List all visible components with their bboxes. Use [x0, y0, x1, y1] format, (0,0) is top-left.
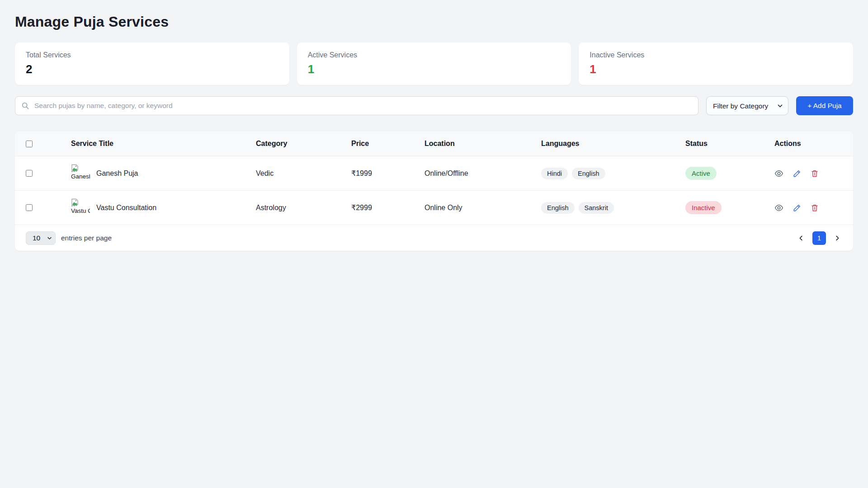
- status-badge: Active: [685, 167, 717, 180]
- delete-button[interactable]: [811, 204, 819, 212]
- services-table: Service Title Category Price Location La…: [15, 131, 853, 251]
- search-icon: [22, 102, 29, 109]
- image-alt-text: Vastu Consultation: [71, 207, 90, 214]
- previous-page-button[interactable]: [796, 233, 806, 243]
- stat-card-total-services: Total Services 2: [15, 42, 289, 85]
- location-cell: Online/Offline: [425, 169, 541, 178]
- actions-cell: [774, 169, 853, 178]
- col-header-actions: Actions: [774, 140, 853, 148]
- pencil-icon: [793, 204, 801, 212]
- broken-image-glyph: [71, 198, 79, 206]
- broken-image-icon: Ganesh Puja: [71, 162, 90, 185]
- service-title: Vastu Consultation: [96, 204, 156, 212]
- entries-per-page-label: entries per page: [61, 234, 112, 242]
- status-badge: Inactive: [685, 201, 722, 214]
- broken-image-glyph: [71, 164, 79, 172]
- broken-image-icon: Vastu Consultation: [71, 197, 90, 219]
- col-header-service-title: Service Title: [71, 140, 256, 148]
- chevron-right-icon: [834, 235, 840, 241]
- stat-card-inactive-services: Inactive Services 1: [579, 42, 853, 85]
- search-bar: [15, 96, 698, 115]
- service-title: Ganesh Puja: [96, 169, 138, 178]
- eye-icon: [774, 203, 783, 212]
- trash-icon: [811, 204, 819, 212]
- trash-icon: [811, 169, 819, 178]
- col-header-languages: Languages: [541, 140, 685, 148]
- actions-cell: [774, 203, 853, 212]
- language-tag: English: [572, 168, 605, 179]
- row-checkbox[interactable]: [26, 204, 33, 211]
- search-input[interactable]: [15, 96, 698, 115]
- stat-label: Active Services: [308, 51, 561, 59]
- stat-value-total: 2: [26, 62, 278, 76]
- toolbar: Filter by Category + Add Puja: [15, 96, 853, 115]
- category-cell: Vedic: [256, 169, 351, 178]
- page-container: Manage Puja Services Total Services 2 Ac…: [0, 0, 868, 251]
- category-cell: Astrology: [256, 204, 351, 212]
- table-header-checkbox-cell: [15, 141, 71, 147]
- status-cell: Active: [685, 167, 774, 180]
- languages-cell: Hindi English: [541, 168, 685, 179]
- service-title-cell: Ganesh Puja Ganesh Puja: [71, 162, 256, 185]
- price-cell: ₹2999: [351, 203, 425, 212]
- category-filter: Filter by Category: [706, 96, 788, 115]
- language-tag: English: [541, 202, 575, 214]
- view-button[interactable]: [774, 169, 783, 178]
- table-header-row: Service Title Category Price Location La…: [15, 131, 853, 156]
- stats-row: Total Services 2 Active Services 1 Inact…: [15, 42, 853, 85]
- col-header-category: Category: [256, 140, 351, 148]
- select-all-checkbox[interactable]: [26, 141, 33, 147]
- col-header-location: Location: [425, 140, 541, 148]
- stat-value-active: 1: [308, 62, 561, 76]
- table-footer: 10 entries per page 1: [15, 225, 853, 251]
- page-size-select[interactable]: 10: [26, 231, 56, 245]
- add-puja-button[interactable]: + Add Puja: [796, 96, 853, 115]
- col-header-price: Price: [351, 140, 425, 148]
- table-row: Ganesh Puja Ganesh Puja Vedic ₹1999 Onli…: [15, 156, 853, 191]
- status-cell: Inactive: [685, 201, 774, 214]
- eye-icon: [774, 169, 783, 178]
- pencil-icon: [793, 169, 801, 178]
- page-size-control: 10: [26, 231, 56, 245]
- row-checkbox[interactable]: [26, 170, 33, 177]
- row-checkbox-cell: [15, 204, 71, 211]
- view-button[interactable]: [774, 203, 783, 212]
- pagination: 1: [796, 231, 842, 245]
- location-cell: Online Only: [425, 204, 541, 212]
- stat-label: Inactive Services: [590, 51, 842, 59]
- language-tag: Sanskrit: [579, 202, 614, 214]
- stat-label: Total Services: [26, 51, 278, 59]
- delete-button[interactable]: [811, 169, 819, 178]
- language-tag: Hindi: [541, 168, 568, 179]
- edit-button[interactable]: [793, 204, 801, 212]
- page-number-button[interactable]: 1: [812, 231, 826, 245]
- service-title-cell: Vastu Consultation Vastu Consultation: [71, 197, 256, 219]
- price-cell: ₹1999: [351, 169, 425, 178]
- row-checkbox-cell: [15, 170, 71, 177]
- languages-cell: English Sanskrit: [541, 202, 685, 214]
- stat-card-active-services: Active Services 1: [297, 42, 571, 85]
- category-filter-select[interactable]: Filter by Category: [706, 96, 788, 115]
- stat-value-inactive: 1: [590, 62, 842, 76]
- chevron-left-icon: [798, 235, 804, 241]
- edit-button[interactable]: [793, 169, 801, 178]
- col-header-status: Status: [685, 140, 774, 148]
- table-row: Vastu Consultation Vastu Consultation As…: [15, 191, 853, 225]
- next-page-button[interactable]: [832, 233, 842, 243]
- page-title: Manage Puja Services: [15, 14, 853, 30]
- image-alt-text: Ganesh Puja: [71, 173, 90, 180]
